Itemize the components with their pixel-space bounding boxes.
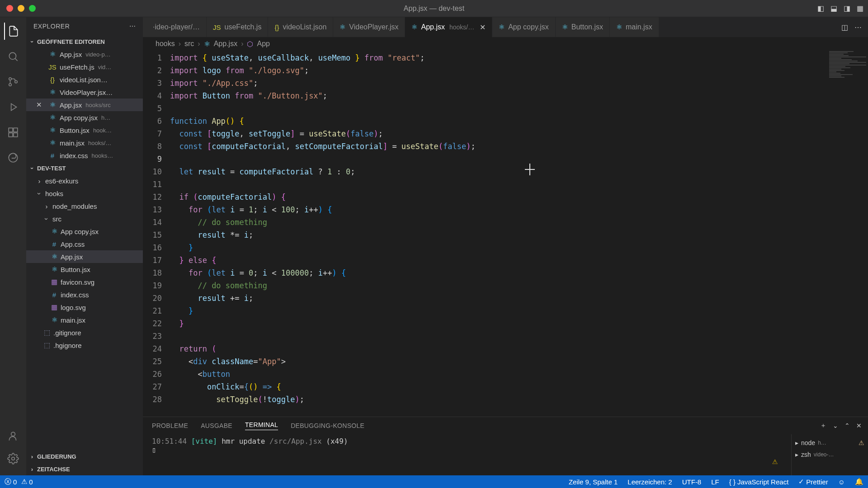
- file-icon: ⬚: [42, 341, 52, 349]
- close-icon[interactable]: ✕: [36, 101, 45, 109]
- customize-layout-icon[interactable]: ▦: [857, 4, 863, 13]
- open-editors-header[interactable]: › GEÖFFNETE EDITOREN: [26, 35, 143, 48]
- editor-tab[interactable]: ⚛App copy.jsx: [492, 17, 556, 37]
- warning-icon: ⚠: [859, 439, 864, 446]
- code-editor[interactable]: 1234567891011121314151617181920212223242…: [143, 51, 868, 417]
- open-editor-item[interactable]: {}videoList.json…: [26, 73, 143, 86]
- maximize-panel-icon[interactable]: ⌃: [844, 422, 850, 429]
- outline-header[interactable]: › GLIEDERUNG: [26, 450, 143, 463]
- toggle-panel-icon[interactable]: ⬓: [830, 4, 837, 13]
- status-eol[interactable]: LF: [711, 478, 719, 486]
- tab-problems[interactable]: PROBLEME: [152, 422, 188, 429]
- file-item[interactable]: ⚛main.jsx: [26, 314, 143, 326]
- open-editor-item[interactable]: ✕⚛App.jsxhooks/src: [26, 99, 143, 111]
- status-feedback-icon[interactable]: ☺: [838, 478, 845, 486]
- status-encoding[interactable]: UTF-8: [682, 478, 702, 486]
- chevron-right-icon: ›: [28, 453, 36, 460]
- terminal-dropdown-icon[interactable]: ⌄: [833, 422, 838, 429]
- file-item[interactable]: #App.css: [26, 238, 143, 250]
- editor-tab[interactable]: ⚛VideoPlayer.jsx: [333, 17, 405, 37]
- warning-icon[interactable]: ⚠: [772, 455, 778, 466]
- open-editor-item[interactable]: ⚛main.jsxhooks/…: [26, 136, 143, 149]
- breadcrumb-part[interactable]: src: [184, 40, 194, 48]
- file-icon: {}: [274, 23, 279, 31]
- file-icon: ⚛: [48, 101, 57, 109]
- status-language[interactable]: { } JavaScript React: [729, 478, 789, 486]
- status-cursor-pos[interactable]: Zeile 9, Spalte 1: [569, 478, 618, 486]
- minimize-window-button[interactable]: [18, 5, 24, 12]
- breadcrumb-part[interactable]: hooks: [156, 40, 175, 48]
- chevron-down-icon: ›: [29, 38, 36, 46]
- editor-tab[interactable]: {}videoList.json: [268, 17, 333, 37]
- file-item[interactable]: ▦favicon.svg: [26, 276, 143, 288]
- file-item[interactable]: ⬚.gitignore: [26, 326, 143, 339]
- search-activity[interactable]: [5, 48, 22, 65]
- open-editor-item[interactable]: ⚛Button.jsxhook…: [26, 124, 143, 136]
- code-content[interactable]: import { useState, useCallback, useMemo …: [170, 51, 868, 417]
- toggle-sidebar-icon[interactable]: ◧: [817, 4, 824, 13]
- status-prettier[interactable]: ✓ Prettier: [798, 478, 828, 486]
- svg-rect-5: [14, 128, 18, 132]
- close-panel-icon[interactable]: ✕: [856, 422, 862, 429]
- open-editor-item[interactable]: ⚛App copy.jsxh…: [26, 111, 143, 124]
- terminal[interactable]: 10:51:44 [vite] hmr update /src/App.jsx …: [143, 434, 791, 475]
- timeline-header[interactable]: › ZEITACHSE: [26, 463, 143, 475]
- new-terminal-icon[interactable]: ＋: [820, 422, 826, 430]
- file-item[interactable]: #index.css: [26, 288, 143, 301]
- sidebar-more-icon[interactable]: ⋯: [129, 23, 136, 30]
- folder-name: src: [52, 215, 61, 223]
- file-item[interactable]: ⚛App copy.jsx: [26, 225, 143, 238]
- editor-tab[interactable]: JSuseFetch.js: [207, 17, 268, 37]
- toggle-secondary-sidebar-icon[interactable]: ◨: [844, 4, 850, 13]
- project-header[interactable]: › DEV-TEST: [26, 162, 143, 174]
- edge-activity[interactable]: [5, 149, 22, 166]
- chevron-right-icon: ›: [28, 466, 36, 473]
- minimap[interactable]: [827, 51, 868, 417]
- file-item[interactable]: ⚛Button.jsx: [26, 263, 143, 276]
- editor-tab[interactable]: ·ideo-player/…: [143, 17, 207, 37]
- open-editor-item[interactable]: ⚛App.jsxvideo-p…: [26, 48, 143, 61]
- open-editor-item[interactable]: #index.csshooks…: [26, 149, 143, 162]
- tab-debug-console[interactable]: DEBUGGING-KONSOLE: [291, 422, 364, 429]
- editor-tab[interactable]: ⚛main.jsx: [610, 17, 659, 37]
- debug-activity[interactable]: [5, 99, 22, 116]
- terminal-instance[interactable]: ▸nodeh…⚠: [795, 437, 864, 449]
- terminal-list: ▸nodeh…⚠▸zshvideo-…: [791, 434, 868, 475]
- breadcrumb-part[interactable]: App: [257, 40, 269, 48]
- status-spaces[interactable]: Leerzeichen: 2: [627, 478, 672, 486]
- terminal-instance[interactable]: ▸zshvideo-…: [795, 449, 864, 460]
- status-bell-icon[interactable]: 🔔: [855, 478, 863, 486]
- explorer-activity[interactable]: [4, 23, 21, 40]
- folder-item[interactable]: ›node_modules: [26, 200, 143, 212]
- close-window-button[interactable]: [6, 5, 13, 12]
- more-actions-icon[interactable]: ⋯: [854, 23, 862, 32]
- folder-item[interactable]: ›es6-exkurs: [26, 174, 143, 187]
- status-warnings[interactable]: ⚠ 0: [21, 478, 33, 486]
- file-item[interactable]: ▦logo.svg: [26, 301, 143, 314]
- breadcrumb-part[interactable]: App.jsx: [214, 40, 237, 48]
- split-editor-icon[interactable]: ◫: [841, 23, 848, 32]
- folder-item[interactable]: ›hooks: [26, 187, 143, 200]
- file-icon: ⚛: [50, 253, 59, 261]
- scm-activity[interactable]: [5, 73, 22, 90]
- tab-output[interactable]: AUSGABE: [201, 422, 232, 429]
- accounts-activity[interactable]: [5, 427, 22, 445]
- tab-terminal[interactable]: TERMINAL: [245, 421, 278, 430]
- file-item[interactable]: ⬚.hgignore: [26, 339, 143, 352]
- folder-item[interactable]: ›src: [26, 212, 143, 225]
- editor-tab[interactable]: ⚛Button.jsx: [556, 17, 610, 37]
- settings-activity[interactable]: [5, 450, 22, 467]
- maximize-window-button[interactable]: [29, 5, 36, 12]
- file-tree: ›es6-exkurs›hooks›node_modules›src⚛App c…: [26, 174, 143, 450]
- tab-hint: hooks/…: [449, 23, 474, 31]
- editor-tab[interactable]: ⚛App.jsxhooks/…✕: [405, 17, 492, 37]
- close-icon[interactable]: ✕: [480, 23, 486, 32]
- open-editor-item[interactable]: ⚛VideoPlayer.jsx…: [26, 86, 143, 99]
- file-name: App.jsx: [61, 253, 83, 261]
- chevron-icon: ›: [42, 202, 51, 210]
- breadcrumb[interactable]: hooks› src› ⚛App.jsx› ⬡App: [143, 37, 868, 51]
- status-errors[interactable]: ⓧ 0: [5, 478, 17, 486]
- open-editor-item[interactable]: JSuseFetch.jsvid…: [26, 61, 143, 73]
- extensions-activity[interactable]: [5, 124, 22, 141]
- file-item[interactable]: ⚛App.jsx: [26, 250, 143, 263]
